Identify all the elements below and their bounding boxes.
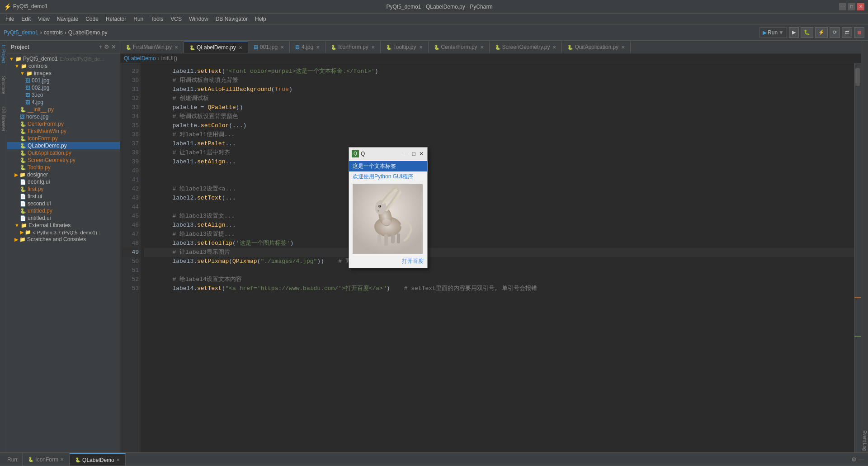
- tab-tooltip-close[interactable]: ✕: [419, 45, 423, 50]
- tab-screengeo[interactable]: 🐍 ScreenGeometry.py ✕: [490, 41, 562, 53]
- tree-second-ui[interactable]: 📄 second.ui: [7, 200, 120, 207]
- tree-python37[interactable]: ▶ 📁 < Python 3.7 (PyQt5_demo1) :: [7, 229, 120, 236]
- tree-screengeo-py[interactable]: 🐍 ScreenGeometry.py: [7, 157, 120, 164]
- tree-firstmainwin-py[interactable]: 🐍 FirstMainWin.py: [7, 128, 120, 135]
- breadcrumb-project[interactable]: PyQt5_demo1: [4, 29, 38, 36]
- tree-001jpg[interactable]: 🖼 001.jpg: [7, 77, 120, 84]
- menu-refactor[interactable]: Refactor: [102, 15, 130, 23]
- run-button[interactable]: ▶: [789, 27, 799, 38]
- breadcrumb-method[interactable]: initUI(): [161, 55, 177, 62]
- project-tool-icon[interactable]: 1: Project: [0, 43, 7, 65]
- info-marker: [854, 336, 861, 337]
- tree-horsejpg[interactable]: 🖼 horse.jpg: [7, 113, 120, 120]
- menu-run[interactable]: Run: [130, 15, 147, 23]
- tab-iconform-close[interactable]: ✕: [371, 45, 375, 50]
- tab-4jpg-close[interactable]: ✕: [316, 45, 320, 50]
- tree-quitapp-py[interactable]: 🐍 QuitApplication.py: [7, 149, 120, 157]
- menu-view[interactable]: View: [34, 15, 53, 23]
- tree-tooltip-py[interactable]: 🐍 Tooltip.py: [7, 164, 120, 171]
- bottom-hide-button[interactable]: —: [859, 456, 864, 463]
- tree-002jpg[interactable]: 🖼 002.jpg: [7, 84, 120, 91]
- bottom-tab-iconform[interactable]: 🐍 IconForm ✕: [23, 453, 70, 466]
- tree-centerform-py[interactable]: 🐍 CenterForm.py: [7, 120, 120, 128]
- tree-4jpg[interactable]: 🖼 4.jpg: [7, 99, 120, 106]
- project-add-button[interactable]: +: [99, 43, 102, 50]
- tree-controls-folder[interactable]: ▼ 📁 controls: [7, 62, 120, 70]
- tab-screengeo-close[interactable]: ✕: [552, 45, 556, 50]
- tab-iconform[interactable]: 🐍 IconForm.py ✕: [326, 41, 381, 53]
- tree-debnfg-ui[interactable]: 📄 debnfg.ui: [7, 178, 120, 185]
- tree-external-libs[interactable]: ▼ 📁 External Libraries: [7, 222, 120, 229]
- code-line-29: label1.setText('<font color=purpel>这是一个文…: [144, 67, 857, 76]
- tree-3ico[interactable]: 🖼 3.ico: [7, 91, 120, 99]
- tab-qlabeldemo[interactable]: 🐍 QLabelDemo.py ✕: [184, 41, 248, 53]
- popup-text2-link[interactable]: 欢迎使用Python GUI程序: [353, 173, 413, 180]
- tab-quitapp-close[interactable]: ✕: [621, 45, 625, 50]
- popup-close-button[interactable]: ✕: [418, 151, 425, 157]
- image-icon-4: 🖼: [25, 100, 30, 105]
- tree-untitled-ui[interactable]: 📄 untitled.ui: [7, 214, 120, 222]
- bottom-run-label: Run:: [4, 453, 23, 466]
- tree-images-folder[interactable]: ▼ 📁 images: [7, 70, 120, 77]
- run-with-coverage-button[interactable]: ⚡: [815, 27, 828, 38]
- profile-button[interactable]: ⟳: [830, 27, 840, 38]
- menu-dbnavigator[interactable]: DB Navigator: [212, 15, 251, 23]
- breadcrumb-file[interactable]: QLabelDemo.py: [68, 29, 108, 36]
- tab-tooltip[interactable]: 🐍 Tooltip.py ✕: [381, 41, 429, 53]
- tree-first-py[interactable]: 🐍 first.py: [7, 185, 120, 193]
- image-icon-2: 🖼: [25, 85, 30, 90]
- menu-file[interactable]: File: [2, 15, 18, 23]
- menu-tools[interactable]: Tools: [147, 15, 167, 23]
- menu-code[interactable]: Code: [82, 15, 102, 23]
- project-settings-button[interactable]: ⚙: [104, 43, 109, 50]
- popup-footer: 打开百度: [349, 256, 427, 267]
- tree-root[interactable]: ▼ 📁 PyQt5_demo1 E:/code/PyQt5_de...: [7, 55, 120, 62]
- run-config-dropdown-icon[interactable]: ▼: [778, 29, 784, 36]
- tab-centerform-close[interactable]: ✕: [480, 45, 484, 50]
- tree-scratches[interactable]: ▶ 📁 Scratches and Consoles: [7, 236, 120, 243]
- bottom-tab-qlabeldemo[interactable]: 🐍 QLabelDemo ✕: [70, 453, 126, 466]
- breadcrumb-class[interactable]: QLabelDemo: [124, 55, 156, 62]
- menu-navigate[interactable]: Navigate: [53, 15, 82, 23]
- db-browser-icon[interactable]: DB Browser: [0, 105, 7, 133]
- tree-qlabeldemo-py[interactable]: 🐍 QLabelDemo.py: [7, 142, 120, 149]
- tab-quitapp[interactable]: 🐍 QuitApplication.py ✕: [562, 41, 631, 53]
- tree-iconform-py[interactable]: 🐍 IconForm.py: [7, 135, 120, 142]
- menu-vcs[interactable]: VCS: [167, 15, 185, 23]
- tab-001jpg-close[interactable]: ✕: [280, 45, 284, 50]
- bottom-settings-button[interactable]: ⚙: [851, 456, 857, 463]
- tab-qlabeldemo-close[interactable]: ✕: [239, 45, 242, 50]
- bottom-tab-qlabeldemo-close[interactable]: ✕: [116, 457, 120, 462]
- tab-firstmainwin[interactable]: 🐍 FirstMainWin.py ✕: [120, 41, 184, 53]
- close-button[interactable]: ✕: [857, 3, 864, 10]
- bottom-tab-iconform-close[interactable]: ✕: [60, 457, 64, 462]
- tab-centerform[interactable]: 🐍 CenterForm.py ✕: [429, 41, 490, 53]
- structure-tool-icon[interactable]: Structure: [0, 74, 7, 96]
- popup-minimize-button[interactable]: —: [402, 151, 410, 157]
- menu-help[interactable]: Help: [251, 15, 270, 23]
- stop-button[interactable]: ◼: [854, 27, 864, 38]
- tree-first-ui[interactable]: 📄 first.ui: [7, 193, 120, 200]
- debug-button[interactable]: 🐛: [801, 27, 813, 38]
- tab-001jpg[interactable]: 🖼 001.jpg ✕: [248, 41, 290, 53]
- svg-rect-9: [391, 233, 395, 243]
- editor-scrollbar[interactable]: [854, 63, 861, 452]
- project-close-button[interactable]: ✕: [111, 43, 116, 50]
- tab-firstmainwin-close[interactable]: ✕: [175, 45, 178, 50]
- minimize-button[interactable]: —: [839, 3, 846, 10]
- code-text[interactable]: label1.setText('<font color=purpel>这是一个文…: [141, 63, 861, 452]
- run-config-label[interactable]: Run: [768, 29, 778, 36]
- maximize-button[interactable]: □: [848, 3, 855, 10]
- breadcrumb-folder[interactable]: controls: [44, 29, 63, 36]
- tab-4jpg[interactable]: 🖼 4.jpg ✕: [290, 41, 326, 53]
- code-line-52: # 给label4设置文本内容: [144, 275, 857, 284]
- vcs-update-button[interactable]: ⇄: [842, 27, 852, 38]
- tree-untitled-py[interactable]: 🐍 untitled.py: [7, 207, 120, 214]
- tree-init-py[interactable]: 🐍 __init__.py: [7, 106, 120, 113]
- event-log-icon[interactable]: Event Log: [861, 428, 868, 452]
- menu-window[interactable]: Window: [185, 15, 212, 23]
- popup-restore-button[interactable]: □: [411, 151, 416, 157]
- tree-designer-folder[interactable]: ▶ 📁 designer: [7, 171, 120, 178]
- menu-edit[interactable]: Edit: [18, 15, 34, 23]
- popup-baidu-link[interactable]: 打开百度: [402, 258, 424, 264]
